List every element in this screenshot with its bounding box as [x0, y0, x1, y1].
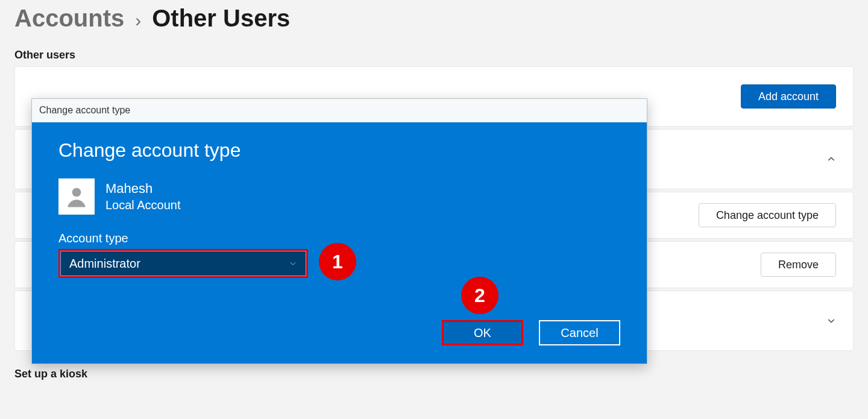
svg-point-0 — [72, 188, 81, 197]
change-account-type-dialog: Change account type Change account type … — [31, 98, 647, 364]
dialog-user-row: Mahesh Local Account — [58, 178, 620, 215]
remove-user-button[interactable]: Remove — [761, 253, 836, 277]
chevron-up-icon — [826, 154, 836, 164]
annotation-badge-2: 2 — [461, 277, 498, 314]
change-account-type-button[interactable]: Change account type — [699, 203, 836, 227]
account-type-select-value: Administrator — [69, 257, 140, 271]
dialog-heading: Change account type — [58, 139, 620, 162]
add-account-button[interactable]: Add account — [741, 84, 836, 109]
chevron-down-icon — [289, 257, 297, 271]
dialog-actions: 2 OK Cancel — [58, 320, 620, 345]
chevron-down-icon — [826, 316, 836, 326]
breadcrumb-current: Other Users — [152, 5, 290, 32]
annotation-badge-1: 1 — [319, 243, 356, 280]
dialog-titlebar: Change account type — [32, 99, 647, 122]
user-avatar-icon — [58, 178, 95, 215]
cancel-button[interactable]: Cancel — [539, 320, 620, 345]
breadcrumb-parent[interactable]: Accounts — [14, 5, 124, 32]
ok-button[interactable]: OK — [442, 320, 523, 345]
account-type-select[interactable]: Administrator — [60, 251, 306, 276]
section-other-users-label: Other users — [0, 49, 868, 66]
breadcrumb-separator-icon: › — [135, 10, 141, 31]
annotation-highlight-1: Administrator — [58, 249, 308, 278]
dialog-user-name: Mahesh — [105, 180, 181, 198]
breadcrumb: Accounts › Other Users — [0, 0, 868, 49]
dialog-user-kind: Local Account — [105, 197, 181, 213]
